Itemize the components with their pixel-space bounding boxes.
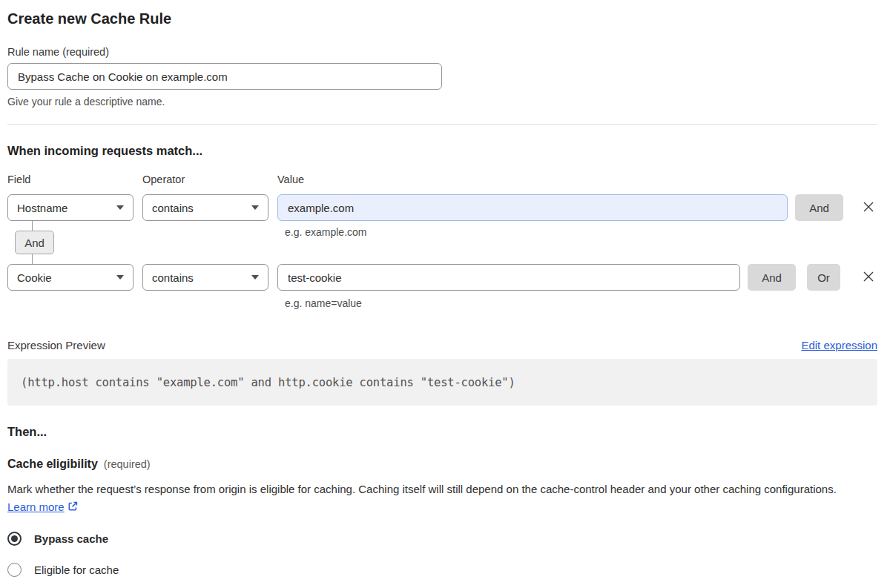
rule-name-helper: Give your rule a descriptive name. — [7, 94, 877, 109]
field-select-2[interactable]: Cookie — [7, 264, 134, 291]
expression-header: Expression Preview Edit expression — [7, 337, 877, 354]
chevron-down-icon — [251, 275, 259, 280]
radio-unselected-icon — [7, 563, 22, 577]
field-select-2-value: Cookie — [17, 271, 52, 284]
rule-name-label: Rule name (required) — [7, 44, 877, 59]
expression-preview-label: Expression Preview — [7, 337, 105, 354]
expression-preview-box: (http.host contains "example.com" and ht… — [7, 359, 877, 406]
chevron-down-icon — [251, 205, 259, 210]
matcher-column-labels: Field Operator Value — [7, 172, 877, 187]
cache-eligibility-description: Mark whether the request’s response from… — [7, 480, 868, 518]
edit-expression-link[interactable]: Edit expression — [801, 337, 877, 354]
radio-label-bypass-cache: Bypass cache — [34, 532, 108, 545]
expression-code: (http.host contains "example.com" and ht… — [21, 376, 515, 389]
remove-row-2-button[interactable] — [860, 268, 877, 286]
match-heading: When incoming requests match... — [7, 142, 877, 159]
match-row-2: Cookie contains And Or — [7, 264, 877, 291]
field-select-1-value: Hostname — [17, 202, 67, 214]
operator-select-2-value: contains — [152, 271, 194, 284]
radio-dot — [11, 535, 18, 542]
create-cache-rule-form: Create new Cache Rule Rule name (require… — [0, 0, 890, 577]
then-heading: Then... — [7, 423, 877, 440]
chevron-down-icon — [116, 205, 124, 210]
value-input-1[interactable] — [277, 194, 788, 221]
or-button-row-2[interactable]: Or — [807, 264, 840, 291]
operator-column-label: Operator — [142, 172, 277, 187]
remove-row-1-button[interactable] — [860, 199, 877, 217]
value-input-2[interactable] — [277, 264, 740, 291]
chevron-down-icon — [116, 275, 124, 280]
value-hint-1: e.g. example.com — [285, 226, 367, 238]
field-column-label: Field — [7, 172, 142, 187]
value-hint-2: e.g. name=value — [285, 296, 877, 311]
operator-select-2[interactable]: contains — [142, 264, 268, 291]
external-link-icon — [67, 502, 79, 515]
rule-name-input[interactable] — [7, 63, 442, 90]
learn-more-link[interactable]: Learn more — [7, 501, 65, 513]
connector-zone: And e.g. example.com — [7, 221, 877, 264]
radio-label-eligible-for-cache: Eligible for cache — [34, 564, 119, 576]
and-button-row-1[interactable]: And — [795, 194, 843, 221]
cache-eligibility-heading: Cache eligibility — [7, 456, 98, 472]
operator-select-1-value: contains — [152, 202, 194, 214]
page-title: Create new Cache Rule — [7, 9, 877, 28]
description-text: Mark whether the request’s response from… — [7, 483, 837, 495]
cache-eligibility-heading-row: Cache eligibility (required) — [7, 456, 877, 472]
value-column-label: Value — [277, 172, 877, 187]
field-select-1[interactable]: Hostname — [7, 194, 134, 221]
operator-select-1[interactable]: contains — [142, 194, 268, 221]
close-icon — [860, 268, 877, 287]
required-note: (required) — [104, 456, 151, 472]
section-divider — [7, 124, 877, 125]
radio-option-bypass-cache[interactable]: Bypass cache — [7, 532, 877, 546]
and-button-row-2[interactable]: And — [748, 264, 796, 291]
and-connector-button[interactable]: And — [15, 231, 54, 254]
close-icon — [860, 199, 877, 217]
radio-option-eligible-for-cache[interactable]: Eligible for cache — [7, 563, 877, 577]
match-row-1: Hostname contains And — [7, 194, 877, 221]
radio-selected-icon — [7, 532, 22, 546]
